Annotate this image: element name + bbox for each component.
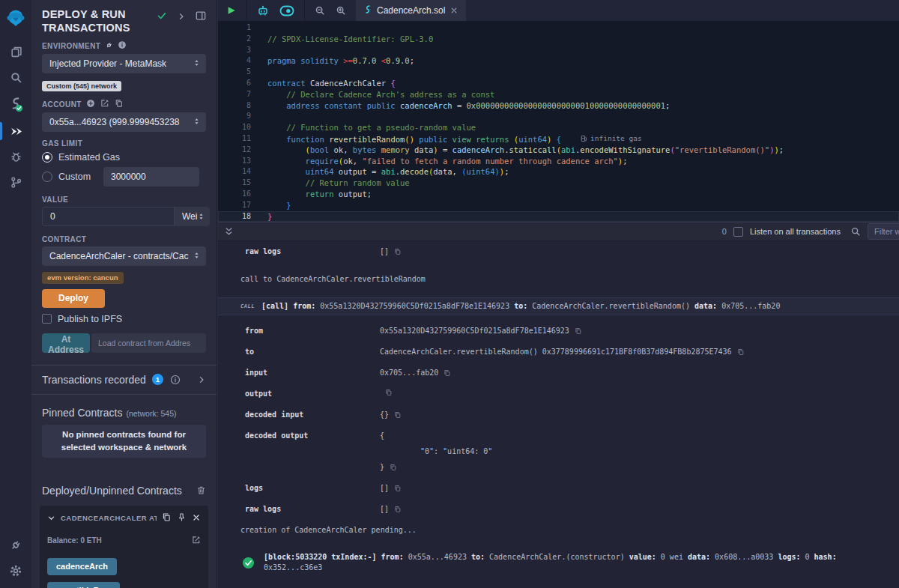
pinned-network-note: (network: 545) bbox=[126, 409, 176, 418]
code-line[interactable]: 9 bbox=[218, 111, 899, 122]
edit-balance-icon[interactable] bbox=[192, 534, 201, 548]
revertible-random-button[interactable]: revertibleRa... bbox=[47, 582, 120, 588]
copy-icon[interactable] bbox=[394, 506, 402, 513]
settings-icon[interactable] bbox=[0, 558, 31, 584]
search-icon[interactable] bbox=[0, 64, 31, 90]
code-line[interactable]: 14 uint64 output = abi.decode(data, (uin… bbox=[218, 166, 899, 178]
code-line[interactable]: 10 // Function to get a pseudo-random va… bbox=[218, 122, 899, 133]
deploy-run-icon[interactable] bbox=[0, 118, 31, 144]
code-line[interactable]: 3 bbox=[218, 45, 899, 56]
code-line[interactable]: 1 bbox=[218, 22, 899, 34]
cadence-arch-button[interactable]: cadenceArch bbox=[47, 558, 117, 575]
code-line[interactable]: 18} bbox=[218, 211, 899, 222]
split-view-icon[interactable] bbox=[196, 10, 206, 24]
code-lines: 12// SPDX-License-Identifier: GPL-3.034p… bbox=[218, 22, 899, 222]
code-text: return output; bbox=[267, 189, 372, 200]
detail-label: to bbox=[245, 347, 380, 357]
zoom-in-icon[interactable] bbox=[330, 5, 351, 16]
plugin-manager-icon[interactable] bbox=[0, 533, 31, 558]
copy-icon[interactable] bbox=[385, 389, 393, 396]
detail-label: logs bbox=[245, 483, 380, 494]
close-tab-icon[interactable] bbox=[450, 4, 458, 17]
code-line[interactable]: 4pragma solidity >=0.7.0 <0.9.0; bbox=[218, 55, 899, 67]
copilot-toggle-icon[interactable] bbox=[274, 5, 300, 16]
contract-label: CONTRACT bbox=[42, 235, 206, 243]
edit-account-icon[interactable] bbox=[100, 99, 109, 109]
code-line[interactable]: 5 bbox=[218, 67, 899, 78]
copy-icon[interactable] bbox=[575, 327, 582, 335]
at-address-button[interactable]: At Address bbox=[42, 333, 90, 353]
solidity-compiler-icon[interactable] bbox=[0, 90, 31, 118]
add-account-icon[interactable] bbox=[86, 99, 95, 109]
gas-limit-label: GAS LIMIT bbox=[42, 139, 206, 148]
copy-account-icon[interactable] bbox=[115, 99, 124, 109]
account-select[interactable]: 0x55a...46923 (999.9999453238 bbox=[42, 112, 206, 132]
environment-select[interactable]: Injected Provider - MetaMask bbox=[42, 54, 206, 73]
code-line[interactable]: 6contract CadenceArchCaler { bbox=[218, 78, 899, 89]
ai-assistant-icon[interactable] bbox=[252, 4, 274, 16]
detail-row: raw logs[] bbox=[245, 504, 899, 515]
remix-ide: DEPLOY & RUN TRANSACTIONS ENVIRONMENT In… bbox=[0, 0, 899, 588]
log-row: raw logs [] bbox=[245, 246, 899, 257]
remix-logo[interactable] bbox=[0, 1, 31, 34]
run-icon[interactable] bbox=[221, 5, 242, 16]
copy-icon[interactable] bbox=[394, 485, 402, 492]
code-text: uint64 output = abi.decode(data, (uint64… bbox=[267, 166, 509, 178]
code-line[interactable]: 8 address constant public cadenceArch = … bbox=[218, 100, 899, 112]
debugger-icon[interactable] bbox=[0, 144, 31, 169]
tx-success-row[interactable]: [block:5033220 txIndex:-] from: 0x55a...… bbox=[242, 552, 899, 573]
log-label: raw logs bbox=[245, 246, 380, 257]
copy-icon[interactable] bbox=[394, 248, 402, 255]
estimated-gas-radio[interactable] bbox=[42, 152, 52, 163]
code-editor[interactable]: 12// SPDX-License-Identifier: GPL-3.034p… bbox=[218, 21, 899, 222]
code-line[interactable]: 17 } bbox=[218, 200, 899, 211]
terminal-filter-input[interactable] bbox=[868, 223, 899, 240]
line-number: 5 bbox=[218, 67, 251, 78]
pin-icon[interactable] bbox=[177, 512, 187, 525]
info-icon[interactable] bbox=[118, 40, 127, 51]
copy-icon[interactable] bbox=[162, 512, 172, 525]
active-tab-indicator bbox=[0, 122, 2, 140]
code-line[interactable]: 12 (bool ok, bytes memory data) = cadenc… bbox=[218, 145, 899, 156]
copy-icon[interactable] bbox=[390, 464, 397, 471]
git-icon[interactable] bbox=[0, 169, 31, 195]
call-summary-row[interactable]: CALL [call] from: 0x55a1320D432759960C5D… bbox=[218, 297, 899, 315]
zoom-out-icon[interactable] bbox=[309, 5, 330, 16]
file-explorer-icon[interactable] bbox=[0, 39, 31, 64]
at-address-input[interactable] bbox=[91, 333, 206, 353]
line-number: 18 bbox=[218, 211, 251, 222]
code-line[interactable]: 13 require(ok, "failed to fetch a random… bbox=[218, 156, 899, 167]
custom-gas-radio[interactable] bbox=[42, 172, 52, 182]
value-input[interactable] bbox=[42, 207, 175, 226]
publish-ipfs-checkbox[interactable] bbox=[42, 314, 52, 324]
custom-gas-input[interactable] bbox=[103, 167, 199, 187]
account-label-row: ACCOUNT bbox=[42, 99, 206, 109]
code-line[interactable]: 2// SPDX-License-Identifier: GPL-3.0 bbox=[218, 34, 899, 45]
copy-icon[interactable] bbox=[737, 348, 745, 356]
expand-terminal-icon[interactable] bbox=[224, 227, 234, 237]
copy-icon[interactable] bbox=[394, 411, 402, 419]
info-icon[interactable] bbox=[170, 375, 181, 385]
terminal-content: raw logs [] call to CadenceArchCaler.rev… bbox=[218, 246, 899, 588]
search-icon[interactable] bbox=[850, 226, 861, 237]
close-icon[interactable] bbox=[192, 512, 201, 525]
network-badge: Custom (545) network bbox=[42, 81, 121, 91]
contract-select[interactable]: CadenceArchCaler - contracts/Cac bbox=[42, 246, 206, 266]
code-line[interactable]: 11 function revertibleRandom() public vi… bbox=[218, 133, 899, 145]
trash-icon[interactable] bbox=[196, 485, 206, 495]
code-line[interactable]: 16 return output; bbox=[218, 189, 899, 200]
deploy-button[interactable]: Deploy bbox=[42, 289, 105, 308]
code-line[interactable]: 15 // Return random value bbox=[218, 178, 899, 189]
copy-icon[interactable] bbox=[444, 369, 451, 377]
plug-icon[interactable] bbox=[105, 41, 113, 51]
call-summary-text: [call] from: 0x55a1320D432759960C5Df0215… bbox=[261, 301, 780, 312]
chevron-down-icon[interactable] bbox=[47, 512, 55, 525]
value-unit-select[interactable]: Wei bbox=[175, 207, 210, 226]
chevron-right-icon[interactable] bbox=[197, 375, 206, 384]
listen-all-checkbox[interactable] bbox=[733, 227, 743, 237]
code-line[interactable]: 7 // Declare Cadence Arch's address as a… bbox=[218, 89, 899, 100]
tab-cadencearch-sol[interactable]: CadenceArch.sol bbox=[356, 0, 466, 21]
detail-row: decoded input{} bbox=[245, 410, 899, 420]
chevron-right-icon[interactable] bbox=[177, 10, 186, 24]
transactions-recorded-row[interactable]: Transactions recorded 1 bbox=[42, 366, 206, 394]
